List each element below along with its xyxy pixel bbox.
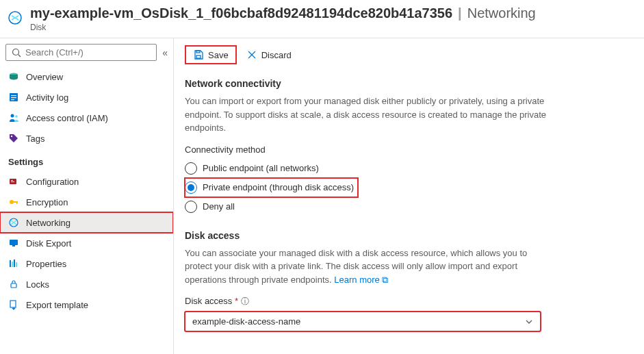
sidebar-label: Properties [26, 259, 66, 269]
sidebar-label: Networking [26, 218, 70, 228]
export-template-icon [8, 299, 19, 310]
sidebar-item-configuration[interactable]: Configuration [0, 171, 173, 192]
svg-rect-6 [11, 97, 16, 98]
svg-rect-25 [10, 301, 16, 307]
access-control-icon [8, 112, 19, 123]
disk-access-select[interactable]: example-disk-access-name [185, 312, 541, 331]
lock-icon [8, 279, 19, 290]
sidebar-label: Overview [26, 72, 63, 82]
svg-rect-5 [11, 95, 16, 96]
sidebar-label: Locks [26, 279, 49, 290]
resource-type-label: Disk [30, 23, 636, 32]
sidebar-item-properties[interactable]: Properties [0, 253, 173, 274]
svg-point-1 [13, 49, 19, 55]
page-header: my-example-vm_OsDisk_1_f06bcbaf8d9248119… [0, 0, 644, 38]
discard-icon [246, 49, 257, 60]
svg-line-2 [18, 54, 21, 57]
sidebar-item-disk-export[interactable]: Disk Export [0, 233, 173, 253]
tags-icon [8, 133, 19, 144]
properties-icon [8, 258, 19, 269]
connectivity-method-label: Connectivity method [185, 144, 633, 155]
sidebar-item-networking[interactable]: Networking [0, 212, 173, 233]
required-indicator: * [235, 296, 238, 306]
radio-label: Private endpoint (through disk access) [203, 182, 354, 192]
svg-point-8 [11, 114, 14, 118]
sidebar-item-export-template[interactable]: Export template [0, 294, 173, 315]
save-button[interactable]: Save [186, 47, 235, 63]
sidebar: « Overview Activity log Access control (… [0, 38, 174, 354]
save-icon [193, 49, 204, 60]
svg-rect-27 [196, 51, 200, 53]
svg-rect-26 [196, 55, 201, 58]
svg-rect-24 [11, 283, 16, 288]
svg-rect-20 [10, 260, 11, 267]
svg-rect-16 [16, 201, 18, 204]
activity-log-icon [8, 92, 19, 103]
svg-rect-22 [14, 260, 15, 267]
svg-rect-19 [12, 245, 15, 246]
svg-rect-12 [11, 180, 13, 181]
radio-icon [185, 201, 197, 213]
sidebar-label: Configuration [26, 177, 79, 187]
disk-access-title: Disk access [185, 230, 633, 241]
svg-rect-13 [11, 181, 14, 182]
disk-resource-icon [5, 8, 25, 27]
select-value: example-disk-access-name [192, 316, 300, 327]
svg-rect-21 [12, 262, 13, 267]
sidebar-section-settings: Settings [0, 149, 173, 171]
disk-icon [8, 71, 19, 82]
svg-rect-18 [10, 240, 18, 245]
sidebar-label: Disk Export [26, 238, 71, 249]
sidebar-item-encryption[interactable]: Encryption [0, 192, 173, 212]
connectivity-radio-group: Public endpoint (all networks) Private e… [185, 159, 633, 216]
search-input[interactable] [25, 47, 151, 58]
chevron-down-icon [525, 318, 533, 326]
svg-rect-7 [11, 99, 14, 100]
svg-rect-23 [16, 262, 17, 267]
radio-icon [185, 162, 197, 175]
search-icon [12, 48, 21, 58]
sidebar-label: Encryption [26, 197, 68, 207]
sidebar-label: Export template [26, 300, 88, 310]
sidebar-item-overview[interactable]: Overview [0, 66, 173, 87]
radio-label: Public endpoint (all networks) [203, 163, 319, 173]
toolbar: Save Discard [185, 45, 633, 64]
configuration-icon [8, 176, 19, 187]
sidebar-item-locks[interactable]: Locks [0, 274, 173, 294]
networking-icon [8, 217, 19, 228]
radio-label: Deny all [203, 201, 235, 212]
discard-button[interactable]: Discard [240, 45, 298, 64]
collapse-sidebar-button[interactable]: « [162, 47, 168, 58]
radio-public-endpoint[interactable]: Public endpoint (all networks) [185, 159, 633, 178]
radio-deny-all[interactable]: Deny all [185, 197, 633, 216]
discard-label: Discard [261, 50, 292, 60]
radio-private-endpoint[interactable]: Private endpoint (through disk access) [185, 178, 358, 197]
save-label: Save [208, 50, 229, 60]
disk-export-icon [8, 238, 19, 249]
disk-access-desc: You can associate your managed disk with… [185, 246, 554, 287]
connectivity-title: Network connectivity [185, 78, 633, 89]
connectivity-desc: You can import or export from your manag… [185, 94, 554, 135]
svg-point-9 [15, 115, 18, 118]
sidebar-item-tags[interactable]: Tags [0, 128, 173, 149]
sidebar-label: Access control (IAM) [26, 113, 108, 123]
radio-icon [185, 181, 197, 194]
main-content: Save Discard Network connectivity You ca… [174, 38, 644, 354]
page-title: my-example-vm_OsDisk_1_f06bcbaf8d9248119… [30, 5, 636, 21]
sidebar-search[interactable] [5, 44, 157, 61]
encryption-icon [8, 197, 19, 207]
sidebar-label: Activity log [26, 92, 68, 103]
external-link-icon: ⧉ [382, 275, 388, 285]
info-icon[interactable]: ⓘ [241, 296, 249, 306]
sidebar-item-activity-log[interactable]: Activity log [0, 87, 173, 108]
sidebar-item-access-control[interactable]: Access control (IAM) [0, 108, 173, 128]
disk-access-field-label: Disk access * ⓘ [185, 296, 633, 307]
sidebar-label: Tags [26, 134, 44, 144]
svg-point-10 [11, 136, 12, 137]
learn-more-link[interactable]: Learn more ⧉ [334, 275, 388, 285]
